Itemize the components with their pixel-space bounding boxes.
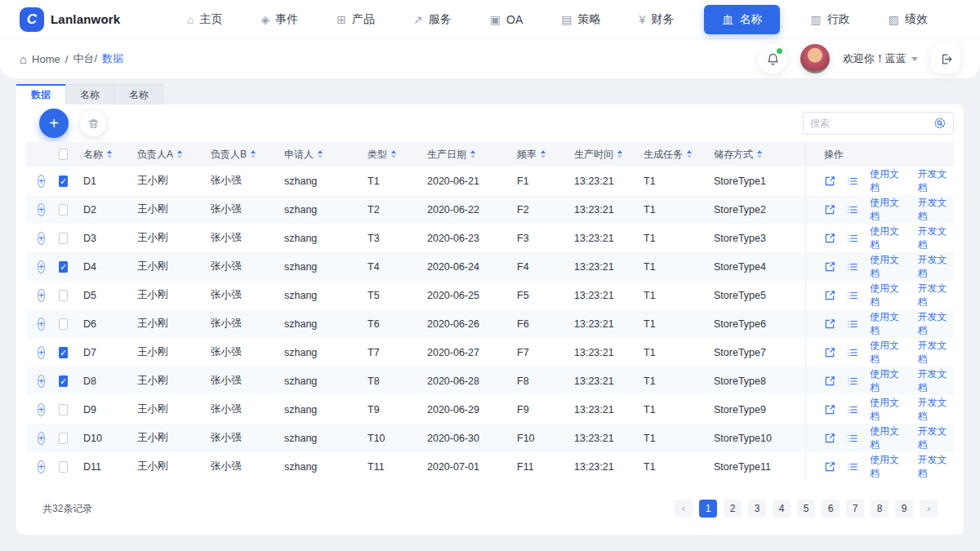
list-icon[interactable] (847, 233, 858, 244)
home-icon[interactable]: ⌂ (20, 52, 27, 66)
next-page-button[interactable]: › (920, 500, 938, 518)
row-checkbox[interactable]: ✓ (59, 347, 68, 358)
logout-button[interactable] (931, 44, 960, 73)
list-icon[interactable] (847, 433, 858, 444)
expand-row-icon[interactable]: + (38, 203, 45, 216)
page-button[interactable]: 6 (822, 500, 840, 518)
tab[interactable]: 名称 (114, 84, 163, 104)
usage-doc-link[interactable]: 使用文档 (870, 339, 906, 367)
edit-icon[interactable] (824, 433, 835, 444)
column-header[interactable]: 生成任务 (644, 148, 683, 162)
expand-row-icon[interactable]: + (38, 232, 45, 245)
dev-doc-link[interactable]: 开发文档 (918, 453, 955, 481)
expand-row-icon[interactable]: + (38, 403, 45, 416)
prev-page-button[interactable]: ‹ (675, 500, 693, 518)
column-header[interactable]: 负责人A (137, 148, 173, 162)
nav-item[interactable]: ⌂ 主页 (179, 7, 230, 33)
usage-doc-link[interactable]: 使用文档 (870, 167, 906, 195)
dev-doc-link[interactable]: 开发文档 (918, 310, 955, 338)
row-checkbox[interactable]: ✓ (59, 404, 68, 415)
list-icon[interactable] (847, 290, 858, 301)
page-button[interactable]: 8 (871, 500, 889, 518)
dev-doc-link[interactable]: 开发文档 (918, 196, 955, 224)
breadcrumb-section[interactable]: 中台/ (73, 51, 97, 66)
sort-icon[interactable] (470, 150, 475, 158)
column-header[interactable]: 频率 (517, 148, 537, 162)
list-icon[interactable] (847, 375, 858, 387)
column-header[interactable]: 负责人B (211, 148, 247, 162)
column-header[interactable]: 名称 (83, 148, 103, 162)
sort-icon[interactable] (391, 150, 396, 158)
list-icon[interactable] (847, 404, 858, 415)
row-checkbox[interactable]: ✓ (59, 290, 68, 301)
edit-icon[interactable] (824, 204, 835, 216)
row-checkbox[interactable]: ✓ (59, 433, 68, 444)
sort-icon[interactable] (251, 150, 256, 158)
nav-item[interactable]: 血 名称 (704, 5, 780, 34)
list-icon[interactable] (847, 461, 858, 473)
nav-item[interactable]: ▨ 绩效 (880, 7, 936, 33)
row-checkbox[interactable]: ✓ (59, 375, 68, 387)
edit-icon[interactable] (824, 176, 835, 187)
dev-doc-link[interactable]: 开发文档 (918, 253, 955, 281)
edit-icon[interactable] (824, 461, 835, 473)
dev-doc-link[interactable]: 开发文档 (918, 167, 955, 195)
welcome-menu[interactable]: 欢迎你！蓝蓝 (843, 51, 918, 66)
nav-item[interactable]: ▤ 策略 (553, 7, 608, 33)
dev-doc-link[interactable]: 开发文档 (918, 424, 955, 452)
usage-doc-link[interactable]: 使用文档 (870, 196, 906, 224)
dev-doc-link[interactable]: 开发文档 (918, 339, 955, 367)
list-icon[interactable] (847, 347, 858, 358)
row-checkbox[interactable]: ✓ (59, 318, 68, 330)
expand-row-icon[interactable]: + (38, 175, 45, 188)
breadcrumb-root[interactable]: Home (32, 53, 60, 65)
sort-icon[interactable] (318, 150, 323, 158)
column-header[interactable]: 储存方式 (714, 148, 753, 162)
dev-doc-link[interactable]: 开发文档 (918, 282, 955, 309)
breadcrumb-current[interactable]: 数据 (102, 51, 123, 66)
usage-doc-link[interactable]: 使用文档 (870, 367, 906, 395)
expand-row-icon[interactable]: + (38, 318, 45, 331)
usage-doc-link[interactable]: 使用文档 (870, 396, 906, 424)
edit-icon[interactable] (824, 347, 835, 358)
edit-icon[interactable] (824, 318, 835, 330)
brand-logo[interactable]: C Lanlanwork (20, 7, 134, 32)
page-button[interactable]: 5 (797, 500, 815, 518)
dev-doc-link[interactable]: 开发文档 (918, 396, 955, 424)
edit-icon[interactable] (824, 261, 835, 273)
edit-icon[interactable] (824, 290, 835, 301)
edit-icon[interactable] (824, 233, 835, 244)
search-icon[interactable] (934, 118, 947, 130)
list-icon[interactable] (847, 204, 858, 216)
add-button[interactable]: + (39, 109, 69, 138)
tab[interactable]: 数据 (16, 84, 65, 104)
sort-icon[interactable] (107, 150, 112, 158)
expand-row-icon[interactable]: + (38, 346, 45, 359)
sort-icon[interactable] (541, 150, 546, 158)
select-all-checkbox[interactable]: ✓ (59, 149, 68, 160)
expand-row-icon[interactable]: + (38, 432, 45, 445)
nav-item[interactable]: ▣ OA (482, 7, 531, 32)
nav-item[interactable]: ▥ 行政 (802, 7, 858, 33)
dev-doc-link[interactable]: 开发文档 (918, 224, 955, 252)
expand-row-icon[interactable]: + (38, 375, 45, 388)
delete-button[interactable] (80, 110, 106, 136)
page-button[interactable]: 9 (895, 500, 913, 518)
expand-row-icon[interactable]: + (38, 260, 45, 273)
row-checkbox[interactable]: ✓ (59, 176, 68, 187)
column-header[interactable]: 生产日期 (427, 148, 466, 162)
column-header[interactable]: 类型 (368, 148, 387, 162)
row-checkbox[interactable]: ✓ (59, 261, 68, 273)
usage-doc-link[interactable]: 使用文档 (870, 224, 906, 252)
tab[interactable]: 名称 (65, 84, 114, 104)
page-button[interactable]: 7 (846, 500, 864, 518)
expand-row-icon[interactable]: + (38, 289, 45, 302)
nav-item[interactable]: ↗ 服务 (405, 7, 460, 33)
usage-doc-link[interactable]: 使用文档 (870, 282, 906, 309)
nav-item[interactable]: ⊞ 产品 (328, 7, 383, 33)
avatar[interactable] (800, 44, 830, 73)
expand-row-icon[interactable]: + (38, 460, 45, 473)
page-button[interactable]: 3 (748, 500, 766, 518)
edit-icon[interactable] (824, 375, 835, 387)
row-checkbox[interactable]: ✓ (59, 461, 68, 473)
